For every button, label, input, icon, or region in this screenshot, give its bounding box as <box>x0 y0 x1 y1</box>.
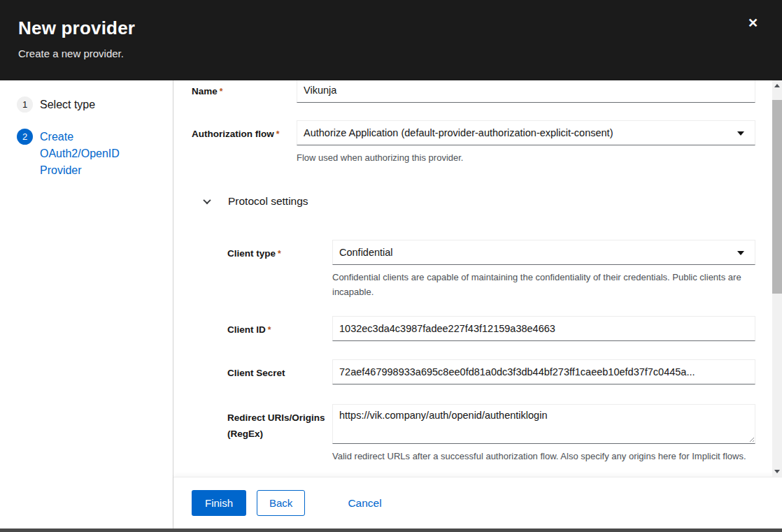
wizard-nav: 1 Select type 2 Create OAuth2/OpenID Pro… <box>0 80 173 529</box>
wizard-step-label: Create OAuth2/OpenID Provider <box>40 129 125 179</box>
chevron-down-icon <box>737 131 744 136</box>
required-asterisk: * <box>278 249 281 259</box>
client-type-label: Client type* <box>227 240 332 262</box>
client-id-input[interactable] <box>332 316 755 341</box>
authorization-flow-select[interactable]: Authorize Application (default-provider-… <box>297 120 755 145</box>
scroll-up-arrow-icon[interactable] <box>774 84 780 87</box>
cancel-button[interactable]: Cancel <box>348 490 381 516</box>
back-button[interactable]: Back <box>257 490 305 516</box>
required-asterisk: * <box>276 129 280 139</box>
new-provider-modal: New provider Create a new provider. ✕ 1 … <box>0 0 782 529</box>
required-asterisk: * <box>220 87 223 96</box>
form-scroll-area: Name* Authorization flow* Authorize Appl… <box>173 80 782 477</box>
scrollbar-thumb[interactable] <box>772 100 782 294</box>
modal-body: 1 Select type 2 Create OAuth2/OpenID Pro… <box>0 80 782 529</box>
wizard-step-select-type[interactable]: 1 Select type <box>17 96 164 113</box>
modal-subtitle: Create a new provider. <box>18 48 764 59</box>
authorization-flow-help: Flow used when authorizing this provider… <box>297 151 755 166</box>
form-row-redirect-uris: Redirect URIs/Origins (RegEx) https://vi… <box>192 404 755 464</box>
step-number-badge: 2 <box>17 129 33 145</box>
protocol-settings-title: Protocol settings <box>228 195 308 208</box>
name-label: Name* <box>192 80 297 100</box>
redirect-uris-help: Valid redirect URLs after a successful a… <box>332 450 755 464</box>
wizard-step-label: Select type <box>40 96 95 113</box>
page-title: New provider <box>18 17 764 39</box>
form-row-client-type: Client type* Confidential Confidential c… <box>192 240 755 300</box>
chevron-down-icon <box>737 251 744 255</box>
redirect-uris-label: Redirect URIs/Origins (RegEx) <box>227 404 332 443</box>
name-input[interactable] <box>297 80 755 103</box>
form-row-name: Name* <box>192 80 755 103</box>
wizard-main: Name* Authorization flow* Authorize Appl… <box>173 80 782 529</box>
redirect-uris-textarea[interactable]: https://vik.company/auth/openid/authenti… <box>332 404 755 444</box>
authorization-flow-label: Authorization flow* <box>192 120 297 143</box>
form-row-client-id: Client ID* <box>192 316 755 341</box>
client-type-help: Confidential clients are capable of main… <box>332 271 755 300</box>
scroll-down-arrow-icon[interactable] <box>774 470 780 473</box>
client-id-label: Client ID* <box>227 316 332 338</box>
form-row-client-secret: Client Secret <box>192 359 755 384</box>
chevron-down-icon <box>203 196 211 204</box>
finish-button[interactable]: Finish <box>192 490 246 516</box>
form-row-authorization-flow: Authorization flow* Authorize Applicatio… <box>192 120 755 166</box>
client-type-select[interactable]: Confidential <box>332 240 755 265</box>
close-icon[interactable]: ✕ <box>748 17 758 29</box>
client-secret-input[interactable] <box>332 359 755 384</box>
required-asterisk: * <box>268 325 271 335</box>
client-secret-label: Client Secret <box>227 359 332 382</box>
client-type-value: Confidential <box>339 247 393 258</box>
modal-header: New provider Create a new provider. ✕ <box>0 0 782 80</box>
step-number-badge: 1 <box>17 96 33 113</box>
scrollbar-track[interactable] <box>772 80 782 477</box>
modal-footer: Finish Back Cancel <box>173 477 782 529</box>
wizard-step-create-provider[interactable]: 2 Create OAuth2/OpenID Provider <box>17 129 164 179</box>
authorization-flow-value: Authorize Application (default-provider-… <box>304 127 613 138</box>
protocol-settings-toggle[interactable]: Protocol settings <box>204 195 755 208</box>
